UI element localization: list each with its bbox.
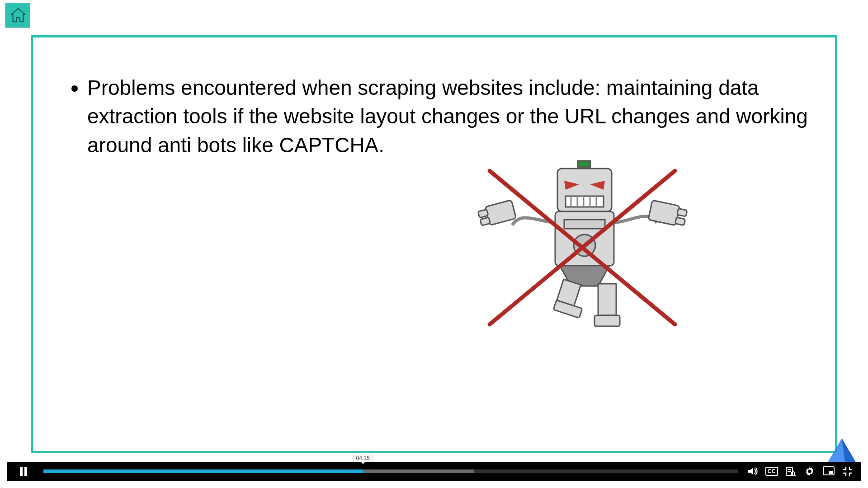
svg-rect-2 bbox=[578, 161, 590, 167]
svg-rect-15 bbox=[478, 209, 488, 218]
home-button[interactable] bbox=[5, 3, 30, 28]
svg-rect-18 bbox=[677, 208, 687, 216]
svg-rect-16 bbox=[480, 217, 491, 226]
transcript-search-button[interactable] bbox=[782, 462, 799, 481]
captions-button[interactable]: CC bbox=[763, 462, 780, 481]
svg-rect-23 bbox=[598, 284, 616, 315]
svg-point-37 bbox=[808, 470, 811, 473]
svg-marker-0 bbox=[11, 8, 24, 21]
slide-frame: Problems encountered when scraping websi… bbox=[31, 35, 837, 453]
svg-rect-39 bbox=[829, 471, 833, 474]
svg-rect-29 bbox=[20, 467, 23, 476]
progress-track[interactable]: 04:15 bbox=[43, 469, 738, 473]
svg-marker-31 bbox=[748, 468, 753, 475]
fullscreen-exit-icon bbox=[843, 466, 853, 476]
volume-button[interactable] bbox=[744, 462, 761, 481]
volume-icon bbox=[747, 466, 758, 477]
cc-icon: CC bbox=[765, 467, 778, 476]
progress-area: 04:15 bbox=[40, 462, 741, 481]
svg-rect-30 bbox=[24, 467, 27, 476]
brand-logo bbox=[826, 437, 858, 465]
gear-icon bbox=[804, 466, 815, 477]
transcript-search-icon bbox=[785, 466, 796, 477]
svg-line-36 bbox=[794, 475, 796, 476]
progress-played bbox=[43, 469, 363, 473]
bullet-list: Problems encountered when scraping websi… bbox=[60, 74, 808, 160]
video-player-bar: 04:15 CC bbox=[7, 462, 861, 481]
time-tooltip: 04:15 bbox=[354, 454, 373, 462]
svg-rect-12 bbox=[564, 220, 605, 229]
anti-bot-illustration bbox=[462, 157, 698, 343]
pip-icon bbox=[823, 466, 835, 476]
svg-rect-19 bbox=[675, 217, 685, 225]
bullet-item: Problems encountered when scraping websi… bbox=[87, 74, 808, 160]
svg-rect-24 bbox=[594, 315, 620, 326]
slide-content: Problems encountered when scraping websi… bbox=[33, 38, 835, 451]
fullscreen-exit-button[interactable] bbox=[839, 462, 856, 481]
pause-button[interactable] bbox=[7, 462, 40, 481]
settings-button[interactable] bbox=[801, 462, 818, 481]
home-icon bbox=[9, 7, 27, 24]
pause-icon bbox=[19, 466, 28, 476]
pip-button[interactable] bbox=[820, 462, 837, 481]
robot-crossed-icon bbox=[462, 157, 698, 343]
player-controls: CC bbox=[741, 462, 861, 481]
